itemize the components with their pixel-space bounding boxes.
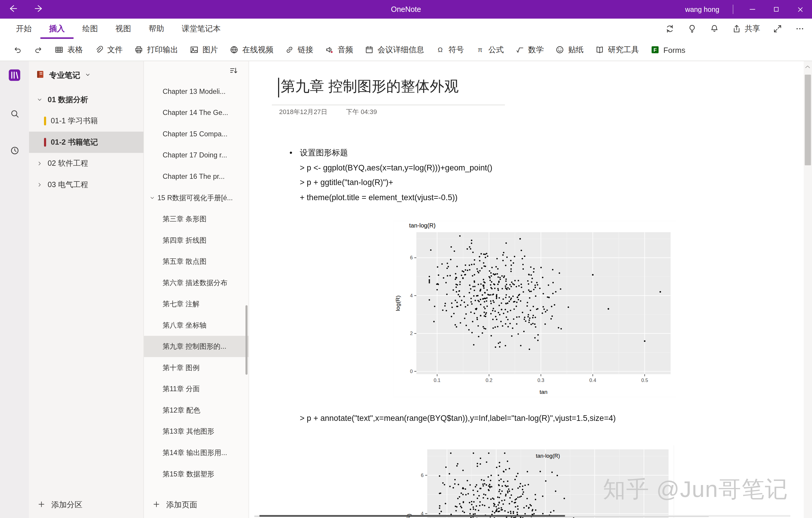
redo-button[interactable] bbox=[28, 42, 49, 58]
notebook-selector[interactable]: 专业笔记 bbox=[29, 61, 144, 89]
svg-text:0.4: 0.4 bbox=[589, 378, 596, 383]
rail-notebooks-button[interactable] bbox=[8, 68, 21, 96]
titlebar-right: wang hong bbox=[685, 0, 812, 19]
notebook-icon bbox=[35, 70, 45, 79]
chevron-down-icon bbox=[149, 195, 155, 201]
link-button[interactable]: 链接 bbox=[279, 42, 319, 58]
file-button[interactable]: 文件 bbox=[88, 42, 128, 58]
page-label: 第12章 配色 bbox=[163, 405, 200, 415]
pi-icon: π bbox=[475, 45, 485, 54]
page-item-3[interactable]: Chapter 17 Doing r... bbox=[144, 145, 249, 166]
forward-button[interactable] bbox=[33, 3, 43, 15]
close-button[interactable] bbox=[788, 0, 812, 19]
bullet-text: 设置图形标题 bbox=[300, 148, 348, 157]
math-button[interactable]: 数学 bbox=[510, 42, 549, 58]
minimize-button[interactable] bbox=[741, 0, 764, 19]
page-item-6[interactable]: 第三章 条形图 bbox=[144, 208, 249, 229]
page-item-12[interactable]: 第九章 控制图形的... bbox=[144, 336, 249, 357]
page-item-4[interactable]: Chapter 16 The pr... bbox=[144, 166, 249, 187]
page-item-13[interactable]: 第十章 图例 bbox=[144, 357, 249, 378]
page-item-15[interactable]: 第12章 配色 bbox=[144, 400, 249, 421]
bell-button[interactable] bbox=[709, 24, 719, 33]
online-video-button[interactable]: 在线视频 bbox=[224, 42, 279, 58]
symbol-button[interactable]: Ω符号 bbox=[430, 42, 469, 58]
page-item-18[interactable]: 第15章 数据塑形 bbox=[144, 463, 249, 485]
add-page-label: 添加页面 bbox=[166, 500, 197, 510]
add-page-button[interactable]: 添加页面 bbox=[144, 491, 249, 518]
back-button[interactable] bbox=[8, 3, 18, 15]
clock-icon bbox=[9, 145, 19, 155]
tab-class-notebook[interactable]: 课堂笔记本 bbox=[173, 19, 229, 39]
fullscreen-button[interactable] bbox=[773, 24, 782, 33]
page-item-1[interactable]: Chapter 14 The Ge... bbox=[144, 102, 249, 124]
pages-scrollbar[interactable] bbox=[245, 305, 248, 375]
sync-button[interactable] bbox=[665, 24, 675, 33]
equation-button[interactable]: π公式 bbox=[470, 42, 510, 58]
note-canvas[interactable]: 第九章 控制图形的整体外观 2018年12月27日 下午 04:39 •设置图形… bbox=[249, 61, 804, 518]
tab-home[interactable]: 开始 bbox=[7, 19, 40, 39]
section-item-01-1[interactable]: 01-1 学习书籍 bbox=[29, 110, 144, 132]
note-body[interactable]: •设置图形标题 > p <- ggplot(BYQ,aes(x=tan,y=lo… bbox=[289, 145, 492, 205]
lightbulb-button[interactable] bbox=[687, 24, 697, 33]
section-group-03[interactable]: 03 电气工程 bbox=[29, 174, 144, 195]
sticker-button[interactable]: 贴纸 bbox=[549, 42, 589, 58]
page-label: 第五章 散点图 bbox=[163, 257, 207, 266]
meeting-details-button[interactable]: 会议详细信息 bbox=[359, 42, 430, 58]
add-section-button[interactable]: 添加分区 bbox=[29, 491, 144, 518]
research-button[interactable]: 研究工具 bbox=[589, 42, 645, 58]
rail-search-button[interactable] bbox=[9, 109, 19, 132]
maximize-button[interactable] bbox=[764, 0, 788, 19]
tab-help[interactable]: 帮助 bbox=[140, 19, 173, 39]
undo-button[interactable] bbox=[7, 42, 28, 58]
page-title[interactable]: 第九章 控制图形的整体外观 bbox=[281, 77, 459, 96]
tab-view[interactable]: 视图 bbox=[107, 19, 140, 39]
page-item-5[interactable]: 15 R数据可视化手册[é... bbox=[144, 187, 249, 209]
page-label: Chapter 17 Doing r... bbox=[163, 152, 227, 159]
page-item-16[interactable]: 第13章 其他图形 bbox=[144, 421, 249, 442]
page-item-7[interactable]: 第四章 折线图 bbox=[144, 229, 249, 251]
page-item-17[interactable]: 第14章 输出图形用... bbox=[144, 442, 249, 463]
printout-button[interactable]: 打印输出 bbox=[128, 42, 184, 58]
chevron-down-icon bbox=[84, 71, 91, 80]
annotate-code-line: > p + annotate("text",x=mean(range(BYQ$t… bbox=[300, 413, 615, 422]
sort-icon[interactable] bbox=[229, 66, 238, 77]
section-item-01-2[interactable]: 01-2 书籍笔记 bbox=[29, 132, 144, 153]
code-block: > p <- ggplot(BYQ,aes(x=tan,y=log(R)))+g… bbox=[289, 160, 492, 205]
user-name[interactable]: wang hong bbox=[685, 5, 719, 13]
page-label: 第六章 描述数据分布 bbox=[163, 278, 228, 287]
page-label: 第八章 坐标轴 bbox=[163, 321, 207, 330]
share-button[interactable]: 共享 bbox=[732, 24, 760, 33]
more-button[interactable] bbox=[795, 24, 805, 33]
page-item-2[interactable]: Chapter 15 Compa... bbox=[144, 123, 249, 145]
chevron-down-icon bbox=[36, 97, 43, 103]
table-button[interactable]: 表格 bbox=[49, 42, 88, 58]
section-group-01[interactable]: 01 数据分析 bbox=[29, 89, 144, 110]
page-item-8[interactable]: 第五章 散点图 bbox=[144, 251, 249, 272]
vertical-scrollbar[interactable] bbox=[804, 61, 812, 518]
page-date-row: 2018年12月27日 下午 04:39 bbox=[279, 108, 377, 117]
page-item-10[interactable]: 第七章 注解 bbox=[144, 294, 249, 315]
page-item-9[interactable]: 第六章 描述数据分布 bbox=[144, 272, 249, 294]
forms-button[interactable]: FForms bbox=[645, 42, 691, 58]
scroll-up-icon[interactable] bbox=[804, 63, 811, 73]
vertical-scrollbar-thumb[interactable] bbox=[805, 75, 811, 165]
section-group-02[interactable]: 02 软件工程 bbox=[29, 153, 144, 174]
audio-button[interactable]: 音频 bbox=[319, 42, 359, 58]
printer-icon bbox=[134, 45, 143, 54]
picture-button[interactable]: 图片 bbox=[184, 42, 224, 58]
page-label: 第四章 折线图 bbox=[163, 236, 207, 245]
bell-icon bbox=[709, 24, 719, 33]
rail-recent-button[interactable] bbox=[9, 145, 19, 169]
tab-draw[interactable]: 绘图 bbox=[74, 19, 107, 39]
page-item-0[interactable]: Chapter 13 Modeli... bbox=[144, 81, 249, 102]
bullet-item: •设置图形标题 bbox=[289, 145, 492, 160]
more-icon bbox=[795, 24, 805, 33]
caret-up-icon bbox=[804, 64, 811, 71]
svg-text:4: 4 bbox=[410, 293, 412, 299]
tab-insert[interactable]: 插入 bbox=[40, 19, 74, 39]
page-item-11[interactable]: 第八章 坐标轴 bbox=[144, 315, 249, 336]
horizontal-scrollbar-thumb[interactable] bbox=[259, 515, 565, 517]
pages-header bbox=[144, 61, 249, 81]
page-time: 下午 04:39 bbox=[346, 108, 377, 117]
page-item-14[interactable]: 第11章 分面 bbox=[144, 378, 249, 400]
